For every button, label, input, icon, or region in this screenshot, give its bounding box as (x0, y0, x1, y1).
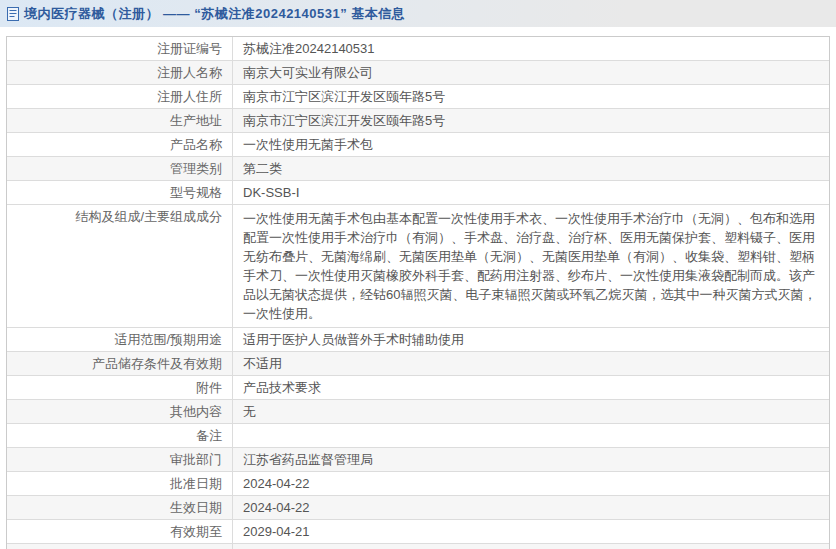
page-title-bar: 境内医疗器械（注册） —— “苏械注准20242140531” 基本信息 (0, 0, 836, 27)
row-label: 注册人住所 (7, 85, 233, 108)
table-row: 型号规格DK-SSB-Ⅰ (7, 181, 829, 205)
table-row: 生效日期2024-04-22 (7, 496, 829, 520)
info-table: 注册证编号苏械注准20242140531注册人名称南京大可实业有限公司注册人住所… (6, 36, 830, 549)
row-label: 生产地址 (7, 109, 233, 132)
row-value (233, 424, 829, 447)
row-value: 第二类 (233, 157, 829, 180)
row-label: 备注 (7, 424, 233, 447)
table-row: 注册证编号苏械注准20242140531 (7, 37, 829, 61)
table-row: 产品名称一次性使用无菌手术包 (7, 133, 829, 157)
row-label: 生效日期 (7, 496, 233, 519)
table-row: 有效期至2029-04-21 (7, 520, 829, 544)
table-row: 结构及组成/主要组成成分一次性使用无菌手术包由基本配置一次性使用手术衣、一次性使… (7, 205, 829, 328)
table-row: 其他内容无 (7, 400, 829, 424)
row-value: 南京大可实业有限公司 (233, 61, 829, 84)
row-value: 南京市江宁区滨江开发区颐年路5号 (233, 109, 829, 132)
row-value: 一次性使用无菌手术包由基本配置一次性使用手术衣、一次性使用手术治疗巾（无洞）、包… (233, 205, 829, 327)
table-row: 审批部门江苏省药品监督管理局 (7, 448, 829, 472)
row-value: 江苏省药品监督管理局 (233, 448, 829, 471)
row-value: 不适用 (233, 352, 829, 375)
row-value: 苏械注准20242140531 (233, 37, 829, 60)
row-label: 有效期至 (7, 520, 233, 543)
table-row: 附件产品技术要求 (7, 376, 829, 400)
row-label: 其他内容 (7, 400, 233, 423)
page-title: 境内医疗器械（注册） —— “苏械注准20242140531” 基本信息 (24, 5, 405, 23)
row-label: 变更情况 (7, 544, 233, 549)
row-label: 结构及组成/主要组成成分 (7, 205, 233, 327)
row-value (233, 544, 829, 549)
row-label: 管理类别 (7, 157, 233, 180)
row-value: 2024-04-22 (233, 496, 829, 519)
row-label: 适用范围/预期用途 (7, 328, 233, 351)
row-label: 注册人名称 (7, 61, 233, 84)
row-value: 2024-04-22 (233, 472, 829, 495)
row-label: 注册证编号 (7, 37, 233, 60)
row-label: 审批部门 (7, 448, 233, 471)
row-value: 适用于医护人员做普外手术时辅助使用 (233, 328, 829, 351)
table-row: 管理类别第二类 (7, 157, 829, 181)
row-value: 产品技术要求 (233, 376, 829, 399)
table-row: 变更情况 (7, 544, 829, 549)
document-icon (7, 7, 19, 21)
row-label: 产品储存条件及有效期 (7, 352, 233, 375)
row-value: 南京市江宁区滨江开发区颐年路5号 (233, 85, 829, 108)
row-value: DK-SSB-Ⅰ (233, 181, 829, 204)
row-value: 一次性使用无菌手术包 (233, 133, 829, 156)
table-row: 注册人住所南京市江宁区滨江开发区颐年路5号 (7, 85, 829, 109)
row-value: 2029-04-21 (233, 520, 829, 543)
table-row: 注册人名称南京大可实业有限公司 (7, 61, 829, 85)
row-label: 产品名称 (7, 133, 233, 156)
row-label: 型号规格 (7, 181, 233, 204)
row-value: 无 (233, 400, 829, 423)
table-row: 批准日期2024-04-22 (7, 472, 829, 496)
table-row: 备注 (7, 424, 829, 448)
row-label: 批准日期 (7, 472, 233, 495)
table-row: 适用范围/预期用途适用于医护人员做普外手术时辅助使用 (7, 328, 829, 352)
table-row: 产品储存条件及有效期不适用 (7, 352, 829, 376)
row-label: 附件 (7, 376, 233, 399)
table-row: 生产地址南京市江宁区滨江开发区颐年路5号 (7, 109, 829, 133)
